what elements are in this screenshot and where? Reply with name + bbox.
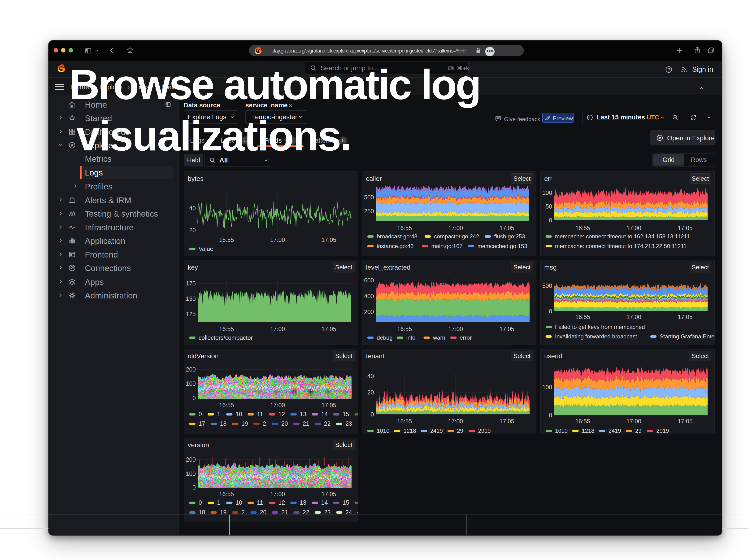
svg-text:k6: k6 <box>70 213 73 216</box>
